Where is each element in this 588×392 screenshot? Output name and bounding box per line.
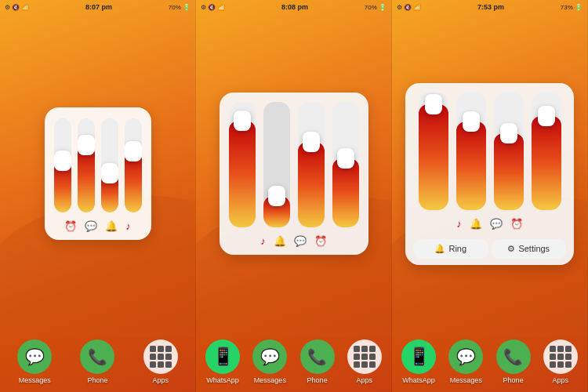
dock-item-phone-1[interactable]: 📞 Phone: [80, 339, 114, 384]
sliders-row-3: [419, 93, 561, 210]
music-icon-3: ♪: [456, 218, 462, 230]
volume-widget-3[interactable]: ♪ 🔔 💬 ⏰ 🔔 Ring ⚙ Settings: [405, 83, 574, 265]
phone-screen-2: ⚙ 🔇 📶 8:08 pm 70% 🔋: [196, 0, 392, 392]
status-right-3: 73% 🔋: [561, 4, 583, 11]
slider-track-2-1[interactable]: [229, 102, 256, 227]
slider-track-3-2[interactable]: [456, 93, 486, 210]
alarm-icon-1: ⏰: [64, 220, 77, 232]
slider-track-3-3[interactable]: [494, 93, 524, 210]
slider-track-1-4[interactable]: [125, 118, 142, 212]
slider-thumb-3-3: [500, 123, 517, 143]
slider-fill-2-1: [229, 121, 256, 227]
apps-grid-2: [352, 344, 377, 369]
slider-fill-3-3: [494, 133, 524, 210]
music-icon-1: ♪: [125, 220, 131, 232]
slider-thumb-2-4: [337, 148, 354, 169]
status-right-2: 70% 🔋: [365, 4, 387, 11]
slider-track-3-1[interactable]: [419, 93, 448, 210]
ring-settings-row: 🔔 Ring ⚙ Settings: [413, 239, 566, 259]
status-time-2: 8:08 pm: [281, 3, 308, 11]
slider-fill-3-2: [456, 122, 486, 210]
slider-track-1-2[interactable]: [78, 118, 95, 212]
phone-icon-3: 📞: [496, 339, 531, 374]
dock-1: 💬 Messages 📞 Phone Apps: [0, 333, 195, 392]
slider-track-2-2[interactable]: [263, 102, 290, 227]
slider-track-2-4[interactable]: [332, 102, 359, 227]
status-icons-3: ⚙ 🔇 📶: [397, 4, 421, 11]
dock-item-apps-2[interactable]: Apps: [347, 339, 382, 384]
apps-icon-3: [543, 339, 578, 374]
battery-2: 70% 🔋: [365, 4, 387, 11]
chat-icon-1: 💬: [85, 220, 97, 232]
apps-icon-1: [143, 339, 178, 374]
bell-icon-1: 🔔: [105, 220, 118, 232]
slider-thumb-3-1: [425, 94, 442, 114]
settings-button[interactable]: ⚙ Settings: [492, 239, 567, 259]
dock-label-messages-3: Messages: [450, 376, 482, 384]
chat-icon-3: 💬: [490, 218, 503, 230]
slider-track-1-3[interactable]: [101, 118, 118, 212]
slider-thumb-1-1: [54, 151, 71, 171]
widget-area-2: ♪ 🔔 💬 ⏰: [196, 14, 391, 333]
ring-button[interactable]: 🔔 Ring: [413, 239, 488, 259]
messages-icon-3: 💬: [448, 339, 483, 374]
apps-icon-2: [347, 339, 382, 374]
status-icons-2: ⚙ 🔇 📶: [201, 4, 225, 11]
dock-label-messages-2: Messages: [254, 376, 286, 384]
slider-fill-2-3: [298, 142, 325, 227]
slider-fill-2-4: [332, 158, 359, 227]
status-bar-3: ⚙ 🔇 📶 7:53 pm 73% 🔋: [392, 0, 587, 14]
messages-icon-1: 💬: [17, 339, 52, 374]
slider-track-3-4[interactable]: [532, 93, 561, 210]
chat-icon-2: 💬: [294, 235, 307, 247]
slider-thumb-3-2: [463, 111, 480, 132]
dock-item-phone-3[interactable]: 📞 Phone: [496, 339, 531, 384]
sliders-row-1: [54, 118, 142, 212]
status-time-3: 7:53 pm: [477, 3, 504, 11]
dock-label-phone-1: Phone: [87, 376, 107, 384]
volume-widget-1[interactable]: ⏰ 💬 🔔 ♪: [45, 107, 151, 240]
dock-item-messages-1[interactable]: 💬 Messages: [17, 339, 52, 384]
slider-thumb-2-3: [303, 132, 320, 152]
dock-item-messages-2[interactable]: 💬 Messages: [252, 339, 287, 384]
dock-label-phone-3: Phone: [503, 376, 524, 384]
dock-item-messages-3[interactable]: 💬 Messages: [448, 339, 483, 384]
apps-grid-1: [148, 344, 173, 369]
dock-item-apps-3[interactable]: Apps: [543, 339, 578, 384]
volume-widget-2[interactable]: ♪ 🔔 💬 ⏰: [220, 93, 368, 255]
phone-icon-2: 📞: [300, 339, 335, 374]
widget-area-1: ⏰ 💬 🔔 ♪: [0, 14, 195, 333]
bell-icon-3: 🔔: [470, 218, 482, 230]
icons-row-2: ♪ 🔔 💬 ⏰: [260, 235, 327, 247]
whatsapp-icon-3: 📱: [401, 339, 436, 374]
bell-icon-2: 🔔: [274, 235, 286, 247]
alarm-icon-2: ⏰: [314, 235, 327, 247]
slider-thumb-2-2: [268, 186, 285, 206]
phone-icon-1: 📞: [80, 339, 114, 374]
ring-label: Ring: [448, 244, 466, 253]
slider-thumb-3-4: [538, 106, 555, 126]
slider-thumb-2-1: [234, 111, 251, 131]
slider-track-1-1[interactable]: [54, 118, 71, 212]
status-left-2: ⚙ 🔇 📶: [201, 4, 225, 11]
status-left-1: ⚙ 🔇 📶: [5, 4, 29, 11]
dock-label-apps-1: Apps: [153, 376, 169, 384]
slider-track-2-3[interactable]: [298, 102, 325, 227]
slider-fill-3-1: [419, 104, 448, 210]
ring-bell-icon: 🔔: [434, 244, 445, 254]
dock-label-phone-2: Phone: [307, 376, 328, 384]
apps-grid-3: [548, 344, 573, 369]
settings-label: Settings: [518, 244, 550, 253]
widget-area-3: ♪ 🔔 💬 ⏰ 🔔 Ring ⚙ Settings: [392, 14, 587, 333]
whatsapp-icon-2: 📱: [205, 339, 240, 374]
status-time-1: 8:07 pm: [85, 3, 112, 11]
dock-label-messages-1: Messages: [19, 376, 51, 384]
dock-item-phone-2[interactable]: 📞 Phone: [300, 339, 335, 384]
dock-3: 📱 WhatsApp 💬 Messages 📞 Phone: [392, 333, 587, 392]
slider-thumb-1-3: [101, 163, 118, 183]
battery-3: 73% 🔋: [561, 4, 583, 11]
dock-item-whatsapp-3[interactable]: 📱 WhatsApp: [401, 339, 436, 384]
slider-fill-3-4: [532, 116, 561, 210]
dock-item-whatsapp-2[interactable]: 📱 WhatsApp: [205, 339, 240, 384]
dock-item-apps-1[interactable]: Apps: [143, 339, 178, 384]
